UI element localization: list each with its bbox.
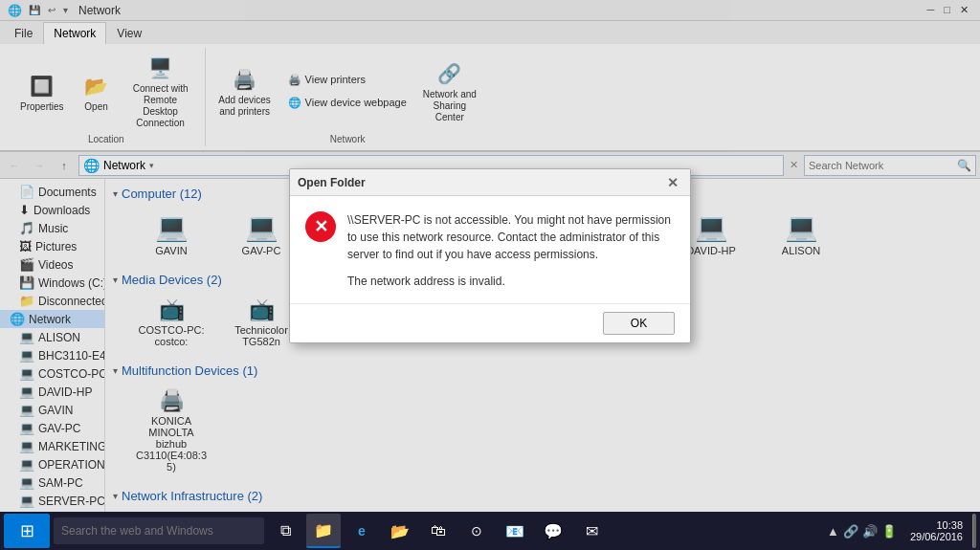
tray-battery-icon[interactable]: 🔋 [881,524,897,539]
file-explorer-icon: 📁 [314,521,333,539]
show-desktop-button[interactable] [972,514,976,548]
file-explorer-button[interactable]: 📁 [306,514,341,548]
tray-network-icon[interactable]: 🔗 [843,524,858,539]
tray-chevron[interactable]: ▲ [827,524,839,539]
tray-volume-icon[interactable]: 🔊 [862,524,878,539]
dialog-close-button[interactable]: ✕ [663,173,682,192]
clock-date: 29/06/2016 [910,531,963,542]
dialog-overlay: Open Folder ✕ ✕ \\SERVER-PC is not acces… [0,0,980,512]
file-manager-icon: 📂 [390,522,410,540]
mail-button[interactable]: ✉ [574,514,609,548]
outlook-button[interactable]: 📧 [498,514,532,548]
store-icon: 🛍 [431,522,446,539]
open-folder-dialog: Open Folder ✕ ✕ \\SERVER-PC is not acces… [289,168,691,343]
file-manager-button[interactable]: 📂 [383,514,417,548]
taskbar: ⊞ ⧉ 📁 e 📂 🛍 ⊙ 📧 💬 ✉ ▲ 🔗 🔊 🔋 10:38 29/06/… [0,512,980,550]
taskbar-search-input[interactable] [54,517,264,544]
mail-icon: ✉ [586,522,598,540]
chrome-icon: ⊙ [471,523,482,539]
task-view-button[interactable]: ⧉ [268,514,302,548]
outlook-icon: 📧 [505,522,524,540]
store-button[interactable]: 🛍 [421,514,456,548]
start-button[interactable]: ⊞ [4,514,50,548]
dialog-sub-text: The network address is invalid. [347,275,675,288]
edge-icon: e [358,523,366,539]
edge-button[interactable]: e [345,514,379,548]
taskbar-clock[interactable]: 10:38 29/06/2016 [904,519,969,542]
dialog-footer: OK [290,303,690,342]
skype-button[interactable]: 💬 [536,514,570,548]
chrome-button[interactable]: ⊙ [459,514,494,548]
dialog-title: Open Folder [298,176,366,189]
dialog-message: ✕ \\SERVER-PC is not accessible. You mig… [305,211,675,263]
windows-logo-icon: ⊞ [20,520,34,541]
dialog-ok-button[interactable]: OK [603,312,675,335]
dialog-body: ✕ \\SERVER-PC is not accessible. You mig… [290,196,690,303]
clock-time: 10:38 [936,519,963,531]
dialog-title-bar: Open Folder ✕ [290,169,690,196]
task-view-icon: ⧉ [280,522,291,539]
system-tray: ▲ 🔗 🔊 🔋 [823,524,901,539]
dialog-error-icon: ✕ [305,211,336,242]
dialog-error-text: \\SERVER-PC is not accessible. You might… [347,211,675,263]
skype-icon: 💬 [544,522,563,540]
